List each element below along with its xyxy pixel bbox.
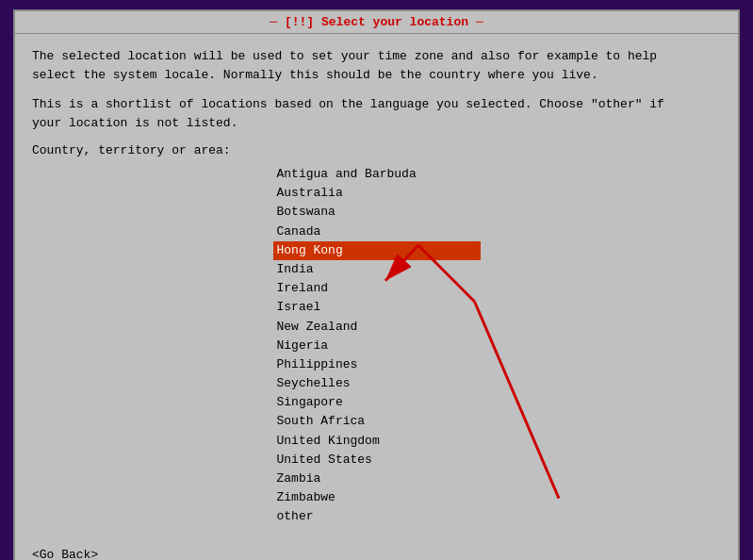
dialog-title-bar: ─ [!!] Select your location ─ [15, 11, 738, 34]
country-item[interactable]: United States [273, 451, 481, 469]
country-item[interactable]: Nigeria [273, 337, 481, 355]
country-item[interactable]: Zambia [273, 469, 481, 488]
country-item[interactable]: Seychelles [273, 374, 481, 393]
country-item[interactable]: Singapore [273, 393, 481, 412]
go-back-container: <Go Back> [15, 540, 738, 560]
go-back-button[interactable]: <Go Back> [32, 548, 98, 560]
title-line-left: ─ [270, 15, 277, 29]
country-item[interactable]: New Zealand [273, 318, 481, 337]
country-item[interactable]: Australia [273, 184, 481, 203]
country-item[interactable]: Philippines [273, 355, 481, 374]
country-item[interactable]: United Kingdom [273, 432, 481, 451]
country-item[interactable]: Antigua and Barbuda [273, 165, 481, 184]
dialog-title: [!!] Select your location [285, 15, 468, 29]
country-list-container: Antigua and BarbudaAustraliaBotswanaCana… [32, 165, 721, 527]
country-item[interactable]: Botswana [273, 203, 481, 222]
country-item[interactable]: Ireland [273, 279, 481, 298]
description-text-1: The selected location will be used to se… [32, 47, 721, 84]
main-area: ─ [!!] Select your location ─ The select… [0, 0, 753, 560]
country-label: Country, territory or area: [32, 143, 721, 157]
title-line-right: ─ [476, 15, 483, 29]
dialog-box: ─ [!!] Select your location ─ The select… [13, 9, 740, 560]
dialog-content: The selected location will be used to se… [15, 34, 738, 540]
country-item[interactable]: India [273, 260, 481, 279]
country-item[interactable]: Hong Kong [273, 241, 481, 260]
country-item[interactable]: Canada [273, 222, 481, 241]
country-item[interactable]: South Africa [273, 412, 481, 431]
country-item[interactable]: Zimbabwe [273, 488, 481, 507]
country-list: Antigua and BarbudaAustraliaBotswanaCana… [273, 165, 481, 527]
country-item[interactable]: other [273, 507, 481, 526]
description-text-2: This is a shortlist of locations based o… [32, 95, 721, 132]
country-item[interactable]: Israel [273, 298, 481, 317]
